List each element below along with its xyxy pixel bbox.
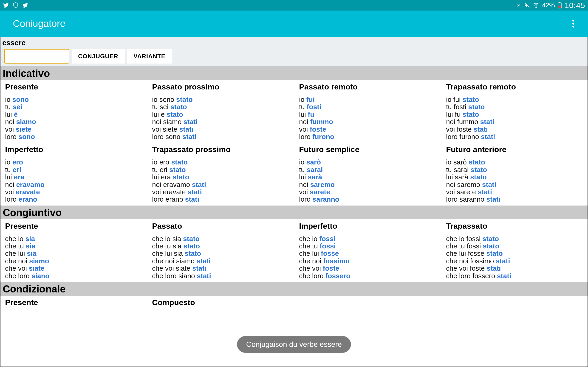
pronoun-text: lui	[299, 173, 308, 181]
pronoun-text: tu sei	[152, 103, 170, 110]
verb-form: stato	[486, 250, 503, 257]
conjugation-row: voi foste stati	[446, 126, 585, 133]
conjugation-row: che loro fossero	[299, 272, 438, 280]
verb-form: fosse	[321, 250, 339, 257]
pronoun-text: loro erano	[152, 195, 185, 203]
conjugation-row: che tu sia	[5, 242, 144, 250]
tense-block: Trapassato remotoio fui statotu fosti st…	[444, 80, 585, 140]
conjugation-row: che noi siamo stati	[152, 257, 291, 265]
tense-title: Futuro anteriore	[444, 145, 585, 154]
conjugation-row: che lui sia	[5, 250, 144, 257]
pronoun-text: che noi	[5, 257, 29, 265]
conjugation-row: loro furono	[299, 133, 438, 140]
conjugation-row: io sono	[5, 96, 144, 103]
twitter-icon	[3, 2, 9, 8]
verb-input[interactable]	[4, 49, 69, 64]
conjugation-row: tu fosti stato	[446, 103, 585, 110]
verb-form: stato	[170, 103, 187, 110]
conjugation-row: noi siamo stati	[152, 118, 291, 125]
tense-title: Presente	[3, 222, 144, 231]
tense-block: Trapassatoche io fossi statoche tu fossi…	[444, 219, 585, 280]
verb-form: sono	[12, 96, 29, 103]
pronoun-text: che io fossi	[446, 235, 482, 242]
conjugation-row: che loro fossero stati	[446, 272, 585, 280]
conjugation-row: che io fossi stato	[446, 235, 585, 242]
tense-title: Trapassato	[444, 222, 585, 231]
tense-forms: che io fossi statoche tu fossi statoche …	[444, 235, 585, 280]
conjugation-row: che voi siate stati	[152, 265, 291, 272]
tense-title: Passato	[150, 222, 291, 231]
verb-form: fosti	[307, 103, 321, 110]
pronoun-text: loro furono	[446, 133, 481, 140]
pronoun-text: noi	[5, 181, 16, 188]
pronoun-text: che loro	[5, 272, 32, 280]
tense-title: Compuesto	[150, 298, 291, 307]
verb-form: stati	[482, 181, 496, 188]
pronoun-text: loro saranno	[446, 195, 486, 203]
conjugation-row: che tu sia stato	[152, 242, 291, 250]
conjugation-row: noi eravamo stati	[152, 181, 291, 188]
conjugation-row: lui era stato	[152, 173, 291, 181]
verb-form: stati	[496, 257, 510, 265]
verb-form: stato	[183, 235, 199, 242]
pronoun-text: che loro	[299, 272, 326, 280]
tense-row: Imperfettoio erotu erilui eranoi eravamo…	[0, 143, 588, 205]
tense-block: Passato prossimoio sono statotu sei stat…	[150, 80, 291, 140]
svg-point-6	[572, 23, 574, 25]
verb-form: stato	[471, 166, 487, 173]
mood-header: Indicativo	[0, 66, 588, 80]
conjugation-row: io fui stato	[446, 96, 585, 103]
pronoun-text: voi sarete	[446, 188, 478, 196]
verb-form: stati	[185, 195, 199, 203]
pronoun-text: voi	[5, 188, 16, 196]
tense-block: Passato remotoio fuitu fostilui funoi fu…	[297, 80, 438, 140]
pronoun-text: voi	[5, 125, 16, 133]
status-bar: 42% 10:45	[0, 0, 588, 10]
overflow-menu-button[interactable]	[568, 18, 579, 29]
verb-form: foste	[323, 265, 339, 272]
verb-form: siamo	[16, 118, 36, 125]
pronoun-text: io	[299, 158, 306, 166]
verb-form: stato	[482, 235, 499, 242]
pronoun-text: tu	[5, 166, 13, 173]
twitter-icon	[22, 2, 28, 8]
pronoun-text: che lui fosse	[446, 250, 486, 257]
pronoun-text: voi siete	[152, 125, 179, 133]
pronoun-text: che tu sia	[152, 242, 183, 250]
conjugation-row: loro saranno stati	[446, 196, 585, 203]
verb-form: stato	[468, 158, 485, 166]
pronoun-text: lui era	[152, 173, 173, 181]
conjugation-row: che voi siate	[5, 265, 144, 272]
tense-forms: io fuitu fostilui funoi fummovoi fostelo…	[297, 96, 438, 140]
verb-form: ero	[12, 158, 23, 166]
pronoun-text: tu	[299, 103, 307, 110]
verb-form: stati	[188, 188, 202, 196]
conjugation-row: tu fosti	[299, 103, 438, 110]
pronoun-text: tu	[299, 166, 307, 173]
pronoun-text: loro	[299, 195, 312, 203]
pronoun-text: noi saremo	[446, 181, 482, 188]
verb-form: fossi	[319, 235, 335, 242]
verb-form: fossero	[326, 272, 350, 280]
tense-forms: io sonotu seilui ènoi siamovoi sieteloro…	[3, 96, 144, 140]
verb-form: sia	[26, 242, 35, 250]
pronoun-text: che tu fossi	[446, 242, 483, 250]
pronoun-text: che lui sia	[152, 250, 185, 257]
conjugation-row: voi siete	[5, 126, 144, 133]
tense-block: Passatoche io sia statoche tu sia statoc…	[150, 219, 291, 280]
variant-button[interactable]: VARIANTE	[127, 49, 172, 64]
verb-form: stati	[197, 272, 211, 280]
conjugation-row: lui è stato	[152, 111, 291, 118]
verb-form: stati	[486, 195, 501, 203]
verb-form: stati	[497, 272, 511, 280]
conjugate-button[interactable]: CONJUGUER	[72, 49, 125, 64]
pronoun-text: che voi	[5, 265, 29, 272]
pronoun-text: loro sono	[152, 133, 182, 140]
pronoun-text: io fui	[446, 96, 463, 103]
tense-block: Futuro anterioreio sarò statotu sarai st…	[444, 143, 585, 203]
conjugation-row: che lui sia stato	[152, 250, 291, 257]
verb-form: stato	[169, 166, 186, 173]
verb-form: sarà	[308, 173, 322, 181]
content: essere CONJUGUER VARIANTE IndicativoPres…	[0, 37, 588, 367]
pronoun-text: voi	[299, 188, 310, 196]
